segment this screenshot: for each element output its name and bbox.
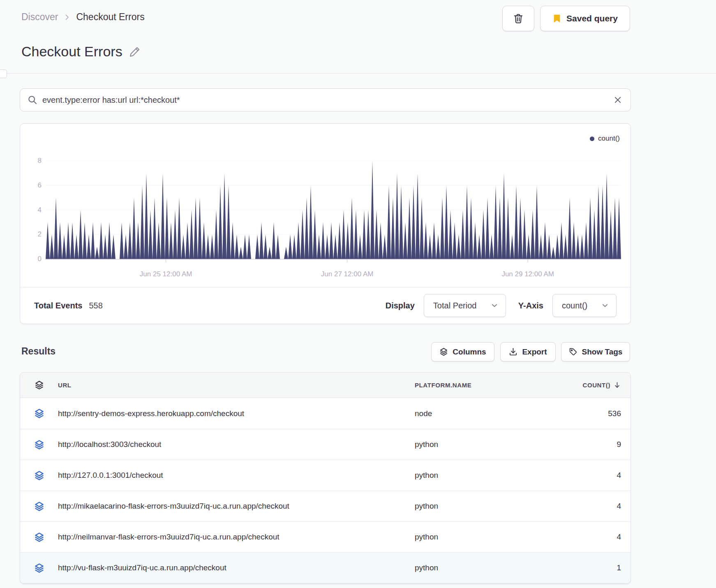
column-header-count[interactable]: COUNT(): [539, 381, 621, 389]
chart-panel: count() 02468 Jun 25 12:00 AMJun 27 12:0…: [20, 123, 631, 324]
page-divider: [0, 73, 716, 74]
platform-cell[interactable]: python: [415, 471, 539, 480]
results-table: URL PLATFORM.NAME COUNT() http://sentry-…: [20, 372, 631, 583]
url-cell[interactable]: http://sentry-demos-express.herokuapp.co…: [58, 409, 415, 418]
columns-button[interactable]: Columns: [431, 342, 494, 361]
column-header-count-label: COUNT(): [582, 382, 610, 389]
total-events-value: 558: [89, 301, 102, 310]
table-row: http://localhost:3003/checkoutpython9: [20, 429, 631, 460]
chevron-down-icon: [491, 302, 498, 309]
column-header-platform[interactable]: PLATFORM.NAME: [415, 382, 539, 389]
count-cell[interactable]: 4: [539, 532, 621, 542]
stack-icon[interactable]: [20, 563, 58, 573]
table-row: http://neilmanvar-flask-errors-m3uuizd7i…: [20, 521, 631, 552]
url-cell[interactable]: http://neilmanvar-flask-errors-m3uuizd7i…: [58, 532, 415, 542]
download-icon: [509, 347, 517, 356]
y-axis-label: Y-Axis: [518, 301, 543, 310]
discover-saved-query-page: Discover Checkout Errors Saved query Che…: [0, 0, 716, 588]
delete-query-button[interactable]: [502, 6, 534, 31]
show-tags-button[interactable]: Show Tags: [561, 342, 630, 361]
stack-icon[interactable]: [20, 501, 58, 512]
export-button-label: Export: [522, 347, 547, 357]
chart-legend[interactable]: count(): [590, 134, 620, 143]
results-heading: Results: [21, 346, 55, 357]
display-dropdown[interactable]: Total Period: [424, 294, 506, 317]
url-cell[interactable]: http://vu-flask-m3uuizd7iq-uc.a.run.app/…: [58, 563, 415, 572]
chart-footer: Total Events 558 Display Total Period Y-…: [20, 287, 631, 324]
count-cell[interactable]: 4: [539, 471, 621, 480]
tag-icon: [569, 347, 577, 356]
results-table-header: URL PLATFORM.NAME COUNT(): [20, 373, 631, 398]
sidebar-collapse-handle[interactable]: [0, 69, 7, 78]
clear-search-icon[interactable]: [613, 95, 622, 104]
chart-plot: [46, 161, 621, 263]
chevron-down-icon: [601, 302, 609, 309]
stack-icon[interactable]: [20, 408, 58, 419]
y-axis-tick-label: 6: [22, 181, 42, 190]
display-dropdown-value: Total Period: [433, 301, 477, 310]
breadcrumb: Discover Checkout Errors: [21, 12, 145, 23]
bookmark-icon: [552, 14, 561, 23]
stack-icon: [439, 347, 448, 356]
search-icon: [28, 95, 37, 105]
trash-icon: [513, 13, 524, 24]
platform-cell[interactable]: python: [415, 502, 539, 511]
table-row: http://sentry-demos-express.herokuapp.co…: [20, 398, 631, 429]
url-cell[interactable]: http://127.0.0.1:3001/checkout: [58, 471, 415, 480]
sort-descending-arrow-icon: [613, 381, 621, 389]
y-axis-dropdown[interactable]: count(): [552, 294, 617, 317]
y-axis-tick-label: 0: [22, 255, 42, 264]
url-cell[interactable]: http://mikaelacarino-flask-errors-m3uuiz…: [58, 502, 415, 511]
table-row: http://vu-flask-m3uuizd7iq-uc.a.run.app/…: [20, 552, 631, 583]
y-axis-tick-label: 4: [22, 206, 42, 215]
breadcrumb-discover-link[interactable]: Discover: [21, 12, 58, 23]
y-axis-dropdown-value: count(): [562, 301, 587, 310]
export-button[interactable]: Export: [500, 342, 556, 361]
search-input[interactable]: [42, 95, 608, 105]
display-label: Display: [386, 301, 415, 310]
y-axis-tick-label: 2: [22, 230, 42, 239]
count-cell[interactable]: 4: [539, 502, 621, 511]
platform-cell[interactable]: python: [415, 440, 539, 449]
x-axis-tick-label: Jun 27 12:00 AM: [302, 270, 393, 278]
breadcrumb-current: Checkout Errors: [76, 12, 144, 23]
columns-button-label: Columns: [453, 347, 486, 357]
count-cell[interactable]: 1: [539, 563, 621, 572]
column-header-url[interactable]: URL: [58, 382, 415, 389]
chevron-right-icon: [64, 14, 70, 21]
page-title-text: Checkout Errors: [21, 44, 122, 60]
stack-icon[interactable]: [20, 470, 58, 481]
x-axis-tick-label: Jun 25 12:00 AM: [121, 270, 211, 278]
search-bar: [20, 88, 631, 111]
stack-icon[interactable]: [20, 440, 58, 450]
edit-title-pencil-icon[interactable]: [129, 46, 141, 58]
platform-cell[interactable]: node: [415, 409, 539, 418]
page-title: Checkout Errors: [21, 44, 141, 60]
x-axis-tick-label: Jun 29 12:00 AM: [483, 270, 573, 278]
total-events-label: Total Events: [34, 301, 82, 310]
legend-series-dot: [590, 137, 594, 141]
platform-cell[interactable]: python: [415, 563, 539, 572]
stack-icon[interactable]: [20, 380, 58, 390]
url-cell[interactable]: http://localhost:3003/checkout: [58, 440, 415, 449]
legend-series-label: count(): [598, 134, 620, 143]
stack-icon[interactable]: [20, 532, 58, 542]
saved-query-label: Saved query: [566, 14, 618, 23]
count-cell[interactable]: 536: [539, 409, 621, 418]
platform-cell[interactable]: python: [415, 532, 539, 542]
y-axis-tick-label: 8: [22, 156, 42, 165]
table-row: http://mikaelacarino-flask-errors-m3uuiz…: [20, 491, 631, 521]
results-table-rows: http://sentry-demos-express.herokuapp.co…: [20, 398, 631, 583]
show-tags-button-label: Show Tags: [582, 347, 623, 357]
count-cell[interactable]: 9: [539, 440, 621, 449]
saved-query-button[interactable]: Saved query: [540, 6, 630, 31]
table-row: http://127.0.0.1:3001/checkoutpython4: [20, 460, 631, 491]
